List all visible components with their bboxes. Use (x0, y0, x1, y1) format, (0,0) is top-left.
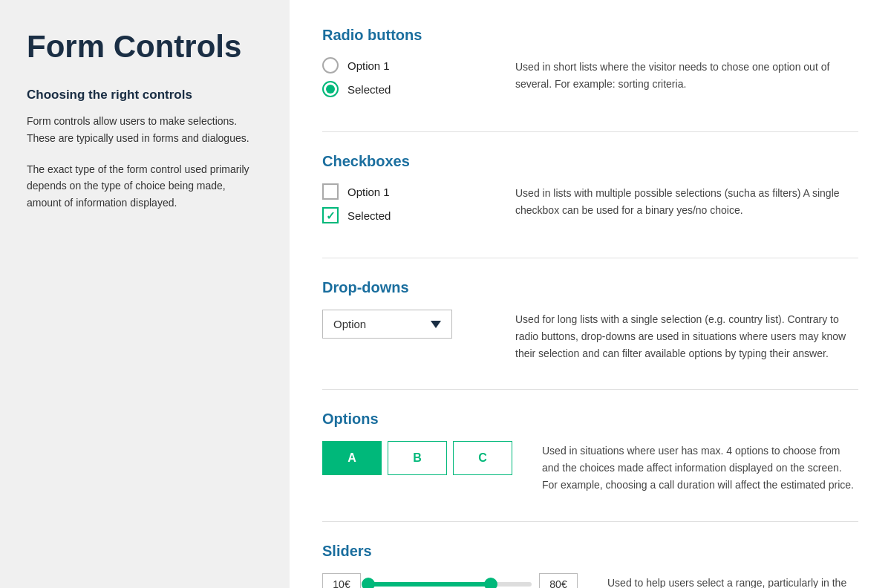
slider-max-input[interactable]: 80€ (539, 573, 578, 588)
checkbox-checked[interactable] (322, 207, 339, 223)
left-para1: Form controls allow users to make select… (27, 113, 263, 146)
sliders-controls: 10€ 80€ (322, 573, 578, 588)
dropdown-select[interactable]: Option (322, 310, 452, 339)
options-description: Used in situations where user has max. 4… (542, 441, 858, 494)
left-panel: Form Controls Choosing the right control… (0, 0, 290, 588)
checkbox-section: Checkboxes Option 1 Selected Used in lis… (322, 153, 858, 231)
slider-thumb-left[interactable] (362, 578, 375, 588)
chevron-down-icon (431, 321, 441, 328)
checkbox-description: Used in lists with multiple possible sel… (515, 183, 858, 219)
dropdown-section-title: Drop-downs (322, 279, 858, 296)
checkbox-unchecked[interactable] (322, 183, 339, 200)
right-panel: Radio buttons Option 1 Selected Used in … (290, 0, 891, 588)
radio-section: Radio buttons Option 1 Selected Used in … (322, 27, 858, 105)
sliders-section-title: Sliders (322, 543, 858, 560)
slider-thumb-right[interactable] (484, 578, 497, 588)
checkbox-option1[interactable]: Option 1 (322, 183, 486, 200)
radio-option1-label: Option 1 (347, 59, 390, 72)
checkbox-section-body: Option 1 Selected Used in lists with mul… (322, 183, 858, 231)
radio-controls: Option 1 Selected (322, 57, 486, 105)
checkbox-option2-label: Selected (347, 209, 391, 222)
checkbox-controls: Option 1 Selected (322, 183, 486, 231)
checkbox-option1-label: Option 1 (347, 186, 390, 198)
divider-3 (322, 389, 858, 390)
divider-4 (322, 521, 858, 522)
options-section-body: A B C Used in situations where user has … (322, 441, 858, 494)
slider-min-input[interactable]: 10€ (322, 573, 361, 588)
slider-fill (368, 582, 491, 587)
checkbox-section-title: Checkboxes (322, 153, 858, 170)
radio-circle-selected[interactable] (322, 81, 339, 97)
options-section: Options A B C Used in situations where u… (322, 411, 858, 494)
radio-option2-label: Selected (347, 83, 391, 96)
divider-1 (322, 131, 858, 132)
checkbox-option2[interactable]: Selected (322, 207, 486, 223)
page-title: Form Controls (27, 30, 263, 64)
options-group: A B C (322, 441, 512, 475)
options-controls: A B C (322, 441, 512, 475)
sliders-section: Sliders 10€ 80€ Used to help users selec… (322, 543, 858, 588)
dropdown-section: Drop-downs Option Used for long lists wi… (322, 279, 858, 362)
sliders-section-body: 10€ 80€ Used to help users select a rang… (322, 573, 858, 588)
slider-row: 10€ 80€ (322, 573, 578, 588)
dropdown-section-body: Option Used for long lists with a single… (322, 310, 858, 362)
radio-circle-unselected[interactable] (322, 57, 339, 74)
option-btn-a[interactable]: A (322, 441, 382, 475)
sliders-description: Used to help users select a range, parti… (607, 573, 858, 588)
radio-option2[interactable]: Selected (322, 81, 486, 97)
radio-description: Used in short lists where the visitor ne… (515, 57, 858, 93)
dropdown-description: Used for long lists with a single select… (515, 310, 858, 362)
dropdown-value: Option (333, 318, 431, 330)
option-btn-b[interactable]: B (388, 441, 447, 475)
slider-track[interactable] (368, 582, 532, 587)
dropdown-controls: Option (322, 310, 486, 339)
radio-option1[interactable]: Option 1 (322, 57, 486, 74)
left-para2: The exact type of the form control used … (27, 161, 263, 211)
divider-2 (322, 258, 858, 258)
radio-section-title: Radio buttons (322, 27, 858, 44)
subtitle: Choosing the right controls (27, 88, 263, 102)
radio-section-body: Option 1 Selected Used in short lists wh… (322, 57, 858, 105)
option-btn-c[interactable]: C (453, 441, 512, 475)
options-section-title: Options (322, 411, 858, 428)
